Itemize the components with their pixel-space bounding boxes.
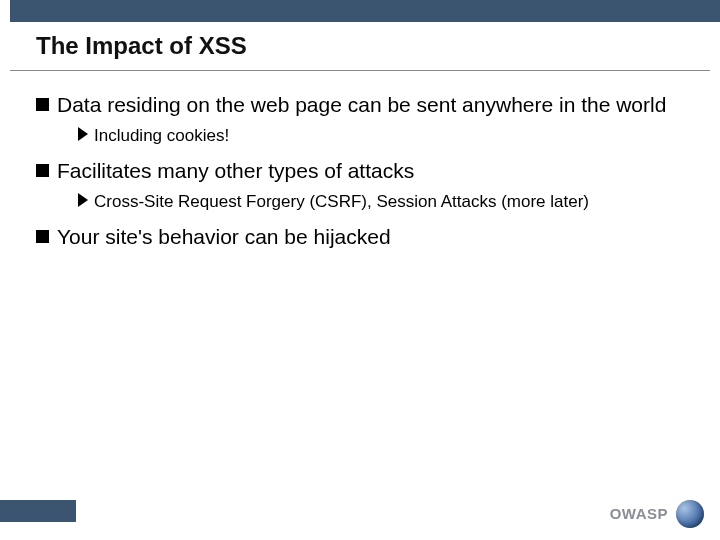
title-divider	[10, 70, 710, 71]
bullet-item: Data residing on the web page can be sen…	[36, 92, 696, 119]
square-bullet-icon	[36, 164, 49, 177]
footer-bar	[0, 500, 76, 522]
svg-marker-0	[78, 127, 88, 141]
sub-bullet-item: Cross-Site Request Forgery (CSRF), Sessi…	[78, 191, 696, 212]
sub-bullet-text: Cross-Site Request Forgery (CSRF), Sessi…	[94, 191, 589, 212]
bullet-text: Your site's behavior can be hijacked	[57, 224, 391, 251]
square-bullet-icon	[36, 230, 49, 243]
slide-title: The Impact of XSS	[36, 32, 247, 60]
bullet-item: Facilitates many other types of attacks	[36, 158, 696, 185]
arrow-right-icon	[78, 127, 88, 141]
sub-bullet-item: Including cookies!	[78, 125, 696, 146]
footer-brand-label: OWASP	[610, 505, 668, 522]
bullet-text: Facilitates many other types of attacks	[57, 158, 414, 185]
sub-bullet-text: Including cookies!	[94, 125, 229, 146]
owasp-globe-icon	[676, 500, 704, 528]
arrow-right-icon	[78, 193, 88, 207]
header-bar	[10, 0, 720, 22]
bullet-text: Data residing on the web page can be sen…	[57, 92, 666, 119]
bullet-item: Your site's behavior can be hijacked	[36, 224, 696, 251]
square-bullet-icon	[36, 98, 49, 111]
svg-marker-1	[78, 193, 88, 207]
content-area: Data residing on the web page can be sen…	[36, 92, 696, 255]
